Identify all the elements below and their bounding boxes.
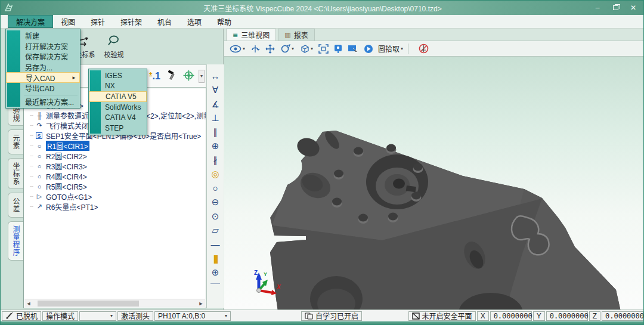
visibility-button[interactable]: ▾	[230, 45, 245, 53]
parallelism-icon[interactable]: ∥	[207, 125, 224, 140]
fly-mode-icon: ↷	[35, 122, 44, 129]
view-toolbar: ▾ ▾ ▾	[224, 41, 644, 57]
self-learn-toggle[interactable]: 自学习已开启	[301, 311, 362, 321]
safety-plane-icon: S	[36, 132, 42, 139]
orbit-view-button[interactable]: ▾	[280, 44, 294, 54]
menu-item-open-solution[interactable]: 打开解决方案	[6, 41, 80, 52]
angularity-icon[interactable]: ∦	[207, 153, 224, 168]
restore-icon	[613, 5, 618, 10]
toolbar-overflow-button[interactable]: ▾	[199, 70, 205, 83]
chevron-down-icon: ▾	[311, 46, 313, 51]
distance-icon[interactable]: ↔	[207, 69, 224, 83]
gauge-check-button[interactable]: 校验规	[100, 30, 128, 63]
tree-item-circle-r2[interactable]: ┄○R2圆<CIR2>	[24, 151, 206, 161]
zoom-fit-button[interactable]	[318, 44, 329, 54]
menu-item-save-solution[interactable]: 保存解决方案	[6, 51, 80, 62]
3d-part	[224, 57, 644, 309]
tree-item-goto[interactable]: ┄▷GOTO点<G1>	[24, 191, 206, 202]
hammer-button[interactable]	[166, 70, 177, 82]
window-title: 天准三坐标系统 VispecCube 2024 <C:\Users\jiaosi…	[1, 3, 644, 13]
3d-view-icon: ≣	[233, 31, 238, 39]
title-bar: 天准三坐标系统 VispecCube 2024 <C:\Users\jiaosi…	[1, 1, 644, 15]
concentricity-icon[interactable]: ◎	[207, 168, 224, 182]
fit-screen-icon	[318, 44, 329, 54]
restore-button[interactable]	[606, 2, 624, 14]
tab-coordinates[interactable]: 坐标系	[8, 158, 23, 189]
scroll-right-icon[interactable]: ►	[197, 301, 205, 307]
menu-item-export-cad[interactable]: 导出CAD	[6, 83, 80, 94]
align-target-button[interactable]	[183, 70, 194, 83]
params-icon: ╫	[35, 112, 44, 119]
z-axis-label: Z	[589, 311, 600, 321]
tree-item-circle-r4[interactable]: ┄○R4圆<CIR4>	[24, 171, 206, 181]
submenu-item-iges[interactable]: IGES	[89, 70, 147, 81]
rotate-icon	[250, 44, 260, 54]
menu-help[interactable]: 帮助	[209, 15, 239, 28]
scrollbar-thumb[interactable]	[38, 301, 139, 307]
pick-mode-label[interactable]: 圆拾取	[378, 44, 400, 54]
goto-icon: ▷	[35, 193, 44, 200]
submenu-arrow-icon: ►	[72, 75, 76, 81]
pan-icon	[265, 44, 275, 54]
operation-mode-select[interactable]: ▾	[79, 311, 116, 321]
menu-item-import-cad[interactable]: 导入CAD►	[6, 72, 80, 83]
tree-item-circle-r3[interactable]: ┄○R3圆<CIR3>	[24, 161, 206, 171]
submenu-item-catia-v4[interactable]: CATIA V4	[89, 113, 147, 123]
angle-between-icon[interactable]: ∡	[207, 97, 224, 112]
decimals-button[interactable]: ±.1	[149, 71, 160, 82]
pan-view-button[interactable]	[265, 44, 275, 54]
tree-item-circle-r5[interactable]: ┄○R5圆<CIR5>	[24, 181, 206, 191]
active-probe-label: 激活测头	[117, 311, 153, 321]
close-button[interactable]: ✕	[624, 2, 642, 14]
menu-options[interactable]: 选项	[179, 15, 209, 28]
y-axis-value: 0.0000000	[546, 311, 588, 321]
circle-icon: ○	[35, 183, 44, 190]
toolbar-divider	[408, 44, 408, 54]
circle-tool-icon[interactable]: ○	[207, 181, 224, 196]
submenu-item-catia-v5[interactable]: CATIA V5	[89, 91, 147, 102]
select-region-button[interactable]	[348, 44, 358, 53]
symmetry-circle-icon[interactable]: ⊖	[207, 196, 224, 210]
tab-3d-view[interactable]: ≣三维视图	[226, 29, 276, 41]
tab-report[interactable]: ▥报表	[278, 29, 314, 41]
tree-horizontal-scrollbar[interactable]: ◄ ►	[24, 299, 205, 307]
angle-icon[interactable]: ∀	[207, 83, 224, 98]
scroll-left-icon[interactable]: ◄	[24, 301, 33, 307]
perpendicularity-icon[interactable]: ⊥	[207, 112, 224, 126]
run-button[interactable]	[364, 44, 373, 54]
rotate-view-button[interactable]	[250, 44, 260, 54]
view-cube-button[interactable]: ▾	[299, 44, 313, 54]
submenu-item-nx[interactable]: NX	[89, 81, 147, 92]
minimize-button[interactable]: –	[589, 2, 606, 14]
runout-icon[interactable]: ⊙	[207, 209, 224, 224]
tree-item-circle-r1[interactable]: ┄○R1圆<CIR1>	[24, 141, 206, 151]
menu-item-recent-solutions[interactable]: 最近解决方案...	[6, 97, 80, 107]
symmetry-icon[interactable]: |||	[207, 252, 224, 266]
true-position-icon[interactable]: ⊕	[207, 265, 224, 280]
viewport-3d[interactable]: Z Y X	[224, 57, 644, 309]
menu-machine[interactable]: 机台	[150, 15, 179, 28]
active-probe-select[interactable]: PH10T A:0,B:0▾	[154, 311, 231, 321]
import-cad-submenu: IGES NX CATIA V5 SolidWorks CATIA V4 STE…	[88, 69, 147, 135]
triad-x-label: X	[276, 284, 281, 290]
tab-elements[interactable]: 元素	[8, 129, 23, 154]
tree-item-vector-point[interactable]: ┄↗R6矢量点<PT1>	[24, 202, 206, 212]
straightness-icon[interactable]: —	[207, 237, 224, 252]
chevron-down-icon[interactable]: ▾	[401, 46, 403, 51]
menu-item-new[interactable]: 新建	[6, 30, 80, 41]
submenu-item-solidworks[interactable]: SolidWorks	[89, 102, 147, 113]
app-logo-icon	[4, 3, 14, 13]
position-icon[interactable]: ⊕	[207, 140, 224, 154]
tab-tolerance[interactable]: 公差	[8, 193, 23, 218]
menu-item-save-as[interactable]: 另存为...	[6, 62, 80, 73]
menu-probe-rack[interactable]: 探针架	[113, 15, 150, 28]
probe-disabled-button[interactable]	[419, 44, 429, 54]
menu-view[interactable]: 视图	[53, 15, 83, 28]
menu-solution[interactable]: 解决方案	[8, 15, 53, 28]
report-icon: ▥	[284, 31, 290, 39]
flatness-icon[interactable]: ▱	[207, 224, 224, 238]
tab-measure-program[interactable]: 测量程序	[8, 221, 23, 261]
locate-button[interactable]	[334, 44, 342, 54]
menu-probe[interactable]: 探针	[83, 15, 113, 28]
submenu-item-step[interactable]: STEP	[89, 123, 147, 134]
